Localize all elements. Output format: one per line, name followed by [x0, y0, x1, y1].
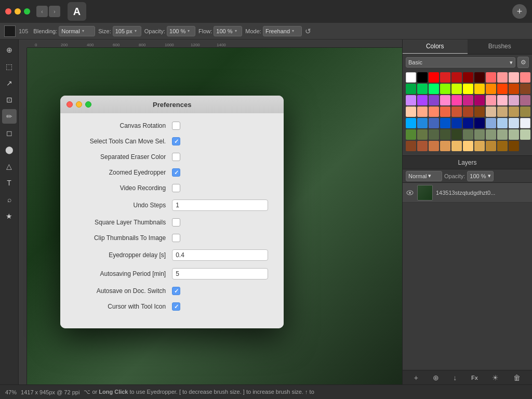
color-cell[interactable] [486, 95, 496, 105]
back-button[interactable]: ‹ [36, 6, 48, 17]
color-cell[interactable] [429, 107, 439, 117]
minimize-button[interactable] [15, 8, 21, 15]
pref-input-autosaving-period[interactable] [172, 268, 268, 280]
color-cell[interactable] [429, 84, 439, 94]
color-cell[interactable] [486, 118, 496, 128]
color-cell[interactable] [440, 72, 450, 83]
pref-checkbox-clip-thumbnails[interactable] [172, 234, 180, 242]
color-cell[interactable] [486, 84, 496, 94]
color-cell[interactable] [440, 95, 450, 105]
pref-checkbox-select-tools[interactable] [172, 137, 180, 145]
color-cell[interactable] [474, 129, 485, 140]
brush-tool-button[interactable]: ✏ [2, 109, 17, 124]
layers-opacity-input[interactable]: 100 % ▾ [467, 171, 493, 181]
pref-input-eyedropper-delay[interactable] [172, 249, 268, 261]
color-cell[interactable] [417, 107, 428, 117]
rotate-icon[interactable]: ↺ [305, 27, 311, 35]
color-cell[interactable] [451, 141, 462, 151]
color-cell[interactable] [463, 118, 473, 128]
color-cell[interactable] [474, 141, 485, 151]
pref-checkbox-cursor-tool-icon[interactable] [172, 302, 180, 311]
color-cell[interactable] [463, 141, 473, 151]
color-cell[interactable] [474, 107, 485, 117]
color-cell[interactable] [463, 129, 473, 140]
fill-tool-button[interactable]: ⬤ [2, 142, 17, 157]
color-cell[interactable] [486, 141, 496, 151]
zoom-tool-button[interactable]: ⌕ [2, 192, 17, 207]
pref-checkbox-eraser-color[interactable] [172, 153, 180, 161]
color-cell[interactable] [486, 107, 496, 117]
color-cell[interactable] [440, 84, 450, 94]
color-cell[interactable] [520, 118, 530, 128]
color-cell[interactable] [406, 107, 416, 117]
pref-checkbox-zoomed-eyedropper[interactable] [172, 168, 180, 177]
fx-button[interactable]: Fx [471, 375, 478, 381]
color-cell[interactable] [520, 95, 530, 105]
color-cell[interactable] [406, 129, 416, 140]
tab-brushes[interactable]: Brushes [468, 39, 533, 54]
eraser-tool-button[interactable]: ◻ [2, 126, 17, 140]
color-cell[interactable] [474, 72, 485, 83]
duplicate-layer-button[interactable]: ⊕ [433, 374, 439, 382]
flow-input[interactable]: 100 % ▾ [214, 26, 242, 36]
color-cell[interactable] [451, 95, 462, 105]
color-cell[interactable] [497, 72, 508, 83]
pref-checkbox-autosave-switch[interactable] [172, 287, 180, 295]
color-cell[interactable] [509, 118, 519, 128]
color-cell[interactable] [497, 141, 508, 151]
export-layer-button[interactable]: ↓ [453, 374, 457, 382]
close-button[interactable] [5, 8, 11, 15]
adjust-button[interactable]: ☀ [492, 374, 499, 382]
canvas-area[interactable]: 0 200 400 600 800 1000 1200 1400 Prefere… [19, 39, 402, 384]
pref-input-undo-steps[interactable] [172, 200, 268, 211]
color-cell[interactable] [509, 129, 519, 140]
color-cell[interactable] [497, 107, 508, 117]
color-cell[interactable] [509, 107, 519, 117]
color-cell[interactable] [451, 84, 462, 94]
color-cell[interactable] [429, 129, 439, 140]
add-document-button[interactable]: + [512, 4, 527, 19]
color-cell[interactable] [520, 107, 530, 117]
layer-item[interactable]: 143513stzqtudgdhzt0... [403, 183, 532, 203]
favorite-tool-button[interactable]: ★ [2, 209, 17, 223]
dialog-minimize-button[interactable] [76, 101, 82, 108]
color-cell[interactable] [520, 72, 530, 83]
color-cell[interactable] [463, 95, 473, 105]
color-cell[interactable] [497, 84, 508, 94]
shape-tool-button[interactable]: △ [2, 159, 17, 174]
select-tool-button[interactable]: ⬚ [2, 59, 17, 74]
color-cell[interactable] [451, 72, 462, 83]
size-input[interactable]: 105 px ▾ [113, 26, 141, 36]
color-cell[interactable] [440, 129, 450, 140]
color-settings-button[interactable]: ⚙ [517, 57, 529, 68]
color-cell[interactable] [474, 118, 485, 128]
color-cell[interactable] [417, 95, 428, 105]
color-cell[interactable] [509, 141, 519, 151]
color-cell[interactable] [509, 72, 519, 83]
color-cell[interactable] [406, 95, 416, 105]
color-cell[interactable] [474, 95, 485, 105]
color-cell[interactable] [417, 118, 428, 128]
color-cell[interactable] [497, 118, 508, 128]
color-cell[interactable] [440, 107, 450, 117]
pref-checkbox-video-recording[interactable] [172, 184, 180, 192]
transform-tool-button[interactable]: ↗ [2, 76, 17, 90]
color-cell[interactable] [497, 129, 508, 140]
opacity-input[interactable]: 100 % ▾ [167, 26, 195, 36]
color-cell[interactable] [429, 72, 439, 83]
color-swatch[interactable] [4, 25, 16, 37]
color-cell[interactable] [406, 141, 416, 151]
color-cell[interactable] [417, 84, 428, 94]
crop-tool-button[interactable]: ⊡ [2, 92, 17, 107]
mode-select[interactable]: Freehand ▾ [263, 26, 302, 36]
dialog-close-button[interactable] [66, 101, 73, 108]
tab-colors[interactable]: Colors [403, 39, 468, 54]
pref-checkbox-canvas-rotation[interactable] [172, 122, 180, 130]
color-cell[interactable] [451, 118, 462, 128]
pref-checkbox-square-thumbnails[interactable] [172, 218, 180, 227]
color-black[interactable] [417, 72, 428, 83]
color-cell[interactable] [406, 118, 416, 128]
color-white[interactable] [406, 72, 416, 83]
layer-visibility-toggle[interactable] [406, 189, 414, 197]
color-cell[interactable] [463, 72, 473, 83]
